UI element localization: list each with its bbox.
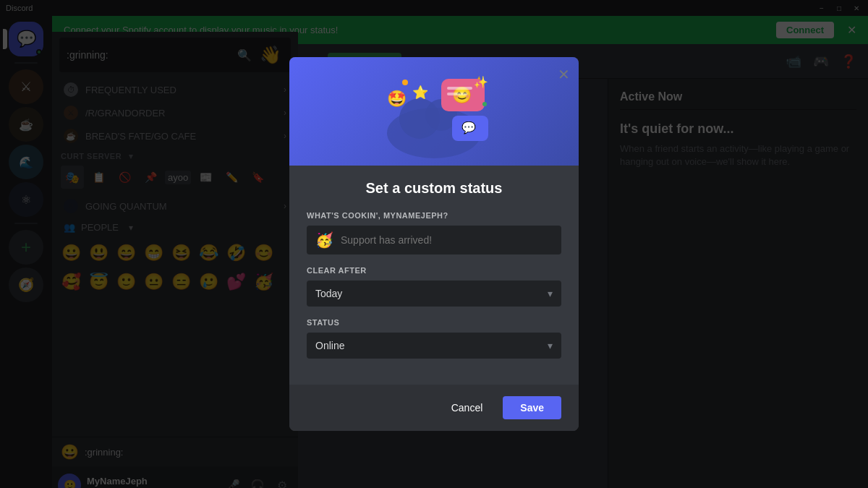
status-emoji-button[interactable]: 🥳 [315, 231, 333, 249]
svg-text:✨: ✨ [474, 75, 488, 89]
status-value: Online [315, 340, 548, 351]
status-label: STATUS [307, 318, 561, 327]
svg-rect-5 [447, 87, 472, 90]
modal-close-button[interactable]: ✕ [558, 66, 570, 83]
svg-text:💬: 💬 [461, 121, 476, 134]
status-field-label: WHAT'S COOKIN', MYNAMEJEPH? [307, 211, 561, 220]
svg-text:⭐: ⭐ [412, 85, 429, 100]
modal-overlay[interactable]: 😊 💬 🤩 ✨ ⭐ ✕ Set a custom status WHAT'S [0, 0, 868, 488]
svg-point-10 [482, 102, 487, 106]
modal-illustration: 😊 💬 🤩 ✨ ⭐ [369, 61, 499, 162]
cancel-button[interactable]: Cancel [440, 396, 495, 419]
clear-after-select[interactable]: Today ▾ [307, 281, 561, 307]
svg-point-9 [402, 80, 408, 85]
clear-after-label: CLEAR AFTER [307, 266, 561, 275]
modal-image: 😊 💬 🤩 ✨ ⭐ [289, 57, 579, 166]
modal-footer: Cancel Save [289, 385, 579, 431]
svg-text:🤩: 🤩 [387, 89, 407, 108]
custom-status-modal: 😊 💬 🤩 ✨ ⭐ ✕ Set a custom status WHAT'S [289, 57, 579, 431]
status-chevron: ▾ [548, 340, 553, 351]
clear-after-chevron: ▾ [548, 288, 553, 299]
svg-rect-6 [447, 93, 467, 95]
modal-body: Set a custom status WHAT'S COOKIN', MYNA… [289, 166, 579, 385]
clear-after-value: Today [315, 288, 548, 299]
save-button[interactable]: Save [503, 396, 561, 419]
modal-title: Set a custom status [307, 180, 561, 197]
status-input[interactable] [341, 234, 553, 246]
status-input-wrapper: 🥳 [307, 226, 561, 254]
status-select[interactable]: Online ▾ [307, 333, 561, 359]
